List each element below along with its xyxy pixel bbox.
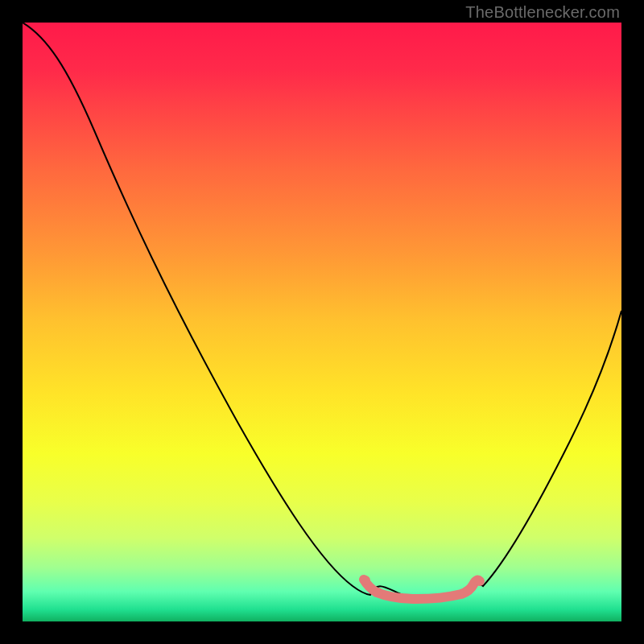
plot-area [23,23,621,621]
chart-frame: TheBottlenecker.com [0,0,644,644]
optimal-dot-left [361,576,370,585]
watermark-text: TheBottlenecker.com [465,3,620,22]
bottleneck-curve [23,23,621,597]
optimal-dot-mid [374,588,383,597]
curve-layer [23,23,621,621]
